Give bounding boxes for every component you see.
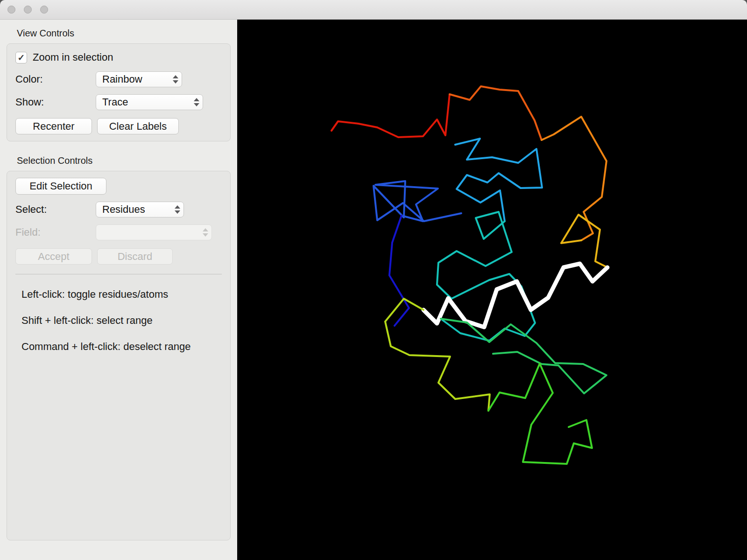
updown-chevrons-icon xyxy=(175,205,180,214)
help-text-shift-click: Shift + left-click: select range xyxy=(21,315,222,327)
trace-segment-blue xyxy=(374,181,461,221)
divider xyxy=(15,274,222,274)
app-window: View Controls ✓ Zoom in selection Color:… xyxy=(0,0,747,560)
color-dropdown-value: Rainbow xyxy=(102,73,142,85)
color-dropdown[interactable]: Rainbow xyxy=(96,71,182,87)
trace-segment-red xyxy=(331,94,450,137)
help-text-command-click: Command + left-click: deselect range xyxy=(21,341,222,353)
view-controls-heading: View Controls xyxy=(17,28,231,39)
selection-controls-heading: Selection Controls xyxy=(17,155,231,166)
zoom-in-selection-row: ✓ Zoom in selection xyxy=(15,50,222,64)
field-dropdown xyxy=(96,224,212,240)
title-bar xyxy=(0,0,747,20)
discard-button: Discard xyxy=(97,248,173,265)
updown-chevrons-icon xyxy=(203,228,208,237)
field-row: Field: xyxy=(15,224,222,240)
trace-segment-white-selection xyxy=(423,264,607,327)
trace-segment-lime xyxy=(488,364,592,464)
help-text-left-click: Left-click: toggle residues/atoms xyxy=(21,288,222,301)
color-row: Color: Rainbow xyxy=(15,71,222,87)
updown-chevrons-icon xyxy=(173,75,178,84)
trace-segment-navy xyxy=(389,216,409,326)
trace-segment-chartreuse xyxy=(385,299,490,411)
zoom-in-selection-label: Zoom in selection xyxy=(33,51,113,63)
field-label: Field: xyxy=(15,226,96,238)
zoom-in-selection-checkbox[interactable]: ✓ xyxy=(15,52,27,63)
trace-segment-orange-red xyxy=(450,86,542,140)
window-controls xyxy=(7,6,48,14)
updown-chevrons-icon xyxy=(194,98,199,106)
protein-trace-svg xyxy=(237,20,747,560)
show-row: Show: Trace xyxy=(15,94,222,110)
main-area: View Controls ✓ Zoom in selection Color:… xyxy=(0,20,747,560)
view-controls-group: ✓ Zoom in selection Color: Rainbow Show: xyxy=(7,43,231,141)
select-row: Select: Residues xyxy=(15,202,222,217)
zoom-window-button[interactable] xyxy=(40,6,48,14)
clear-labels-button[interactable]: Clear Labels xyxy=(97,118,179,134)
show-dropdown-value: Trace xyxy=(102,96,128,108)
minimize-button[interactable] xyxy=(24,6,32,14)
trace-segment-sky-blue xyxy=(455,139,542,221)
checkmark-icon: ✓ xyxy=(18,53,25,62)
edit-selection-button[interactable]: Edit Selection xyxy=(15,178,106,195)
controls-sidebar: View Controls ✓ Zoom in selection Color:… xyxy=(0,20,237,560)
select-dropdown-value: Residues xyxy=(102,203,145,216)
color-label: Color: xyxy=(15,73,96,85)
trace-segment-spring-green xyxy=(441,319,606,393)
recenter-button[interactable]: Recenter xyxy=(15,118,92,134)
select-label: Select: xyxy=(15,203,96,216)
molecule-viewport[interactable] xyxy=(237,20,747,560)
selection-controls-group: Edit Selection Select: Residues Field: xyxy=(7,171,231,540)
select-dropdown[interactable]: Residues xyxy=(96,202,184,217)
accept-button: Accept xyxy=(15,248,92,265)
show-dropdown[interactable]: Trace xyxy=(96,94,203,110)
trace-segment-gold xyxy=(561,215,607,267)
show-label: Show: xyxy=(15,96,96,108)
view-buttons-row: Recenter Clear Labels xyxy=(15,118,222,134)
accept-discard-row: Accept Discard xyxy=(15,248,222,265)
close-button[interactable] xyxy=(7,6,15,14)
